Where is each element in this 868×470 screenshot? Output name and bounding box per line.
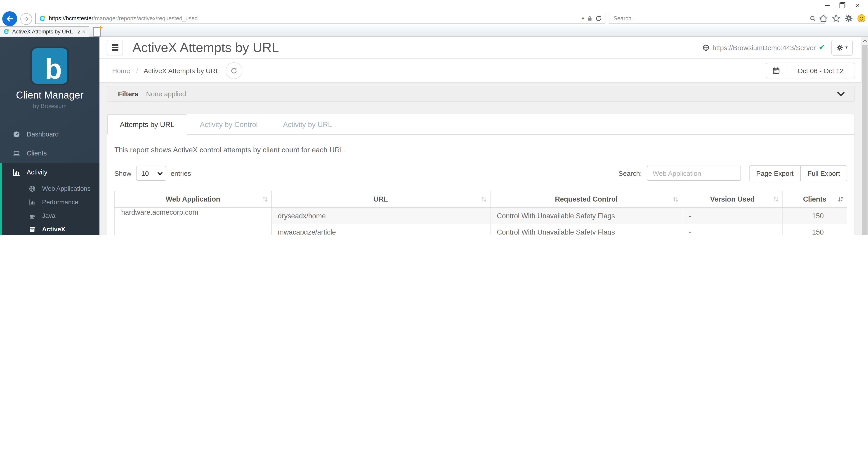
sidebar-item-label: ActiveX xyxy=(42,225,65,233)
globe-icon xyxy=(703,44,709,51)
search-icon[interactable] xyxy=(810,15,816,22)
app-subtitle: by Browsium xyxy=(0,102,99,109)
column-header-requested-control[interactable]: Requested Control xyxy=(490,191,682,208)
browser-search-box[interactable]: ▾ xyxy=(609,13,825,24)
select-chevron-icon xyxy=(157,170,162,175)
url-dropdown-icon[interactable]: ▾ xyxy=(582,16,584,21)
sidebar-item-java[interactable]: Java xyxy=(2,209,99,222)
url-text: https://bcmstester/manager/reports/activ… xyxy=(49,15,579,22)
screen: × https://bcmstester/manager/reports/act… xyxy=(0,0,868,235)
page-size-value: 10 xyxy=(141,169,158,177)
page-export-button[interactable]: Page Export xyxy=(749,165,801,181)
menu-toggle-button[interactable] xyxy=(107,40,123,55)
back-button[interactable] xyxy=(2,11,17,26)
sidebar-item-activex[interactable]: ActiveX xyxy=(2,222,99,235)
arrow-left-icon xyxy=(5,14,14,23)
browser-chrome: × https://bcmstester/manager/reports/act… xyxy=(0,0,868,37)
sidebar-item-label: Java xyxy=(42,212,55,219)
refresh-icon[interactable] xyxy=(595,15,602,22)
sidebar-item-activity[interactable]: Activity xyxy=(2,163,99,182)
page-size-select[interactable]: 10 xyxy=(136,166,166,181)
entries-label: entries xyxy=(170,169,191,177)
sidebar-item-label: Clients xyxy=(27,150,47,157)
report-description: This report shows ActiveX control attemp… xyxy=(114,146,847,154)
gear-icon xyxy=(836,44,843,51)
browser-tab[interactable]: ActiveX Attempts by URL - 2... × xyxy=(0,26,89,37)
close-icon: × xyxy=(856,2,860,9)
breadcrumb-current: ActiveX Attempts by URL xyxy=(144,67,219,74)
cell-version-used: - xyxy=(682,224,782,235)
browser-search-input[interactable] xyxy=(613,15,807,22)
column-header-url[interactable]: URL xyxy=(271,191,490,208)
sort-icon xyxy=(773,196,779,202)
app-name: Client Manager xyxy=(0,90,99,101)
sidebar-item-label: Web Applications xyxy=(42,185,90,192)
calendar-icon[interactable] xyxy=(766,63,786,78)
favorites-star-icon[interactable] xyxy=(832,14,840,23)
report-card: Attempts by URLActivity by ControlActivi… xyxy=(107,114,855,235)
server-url: https://BrowsiumDemo:443/Server xyxy=(712,43,816,51)
check-icon: ✔ xyxy=(819,43,825,52)
forward-button[interactable] xyxy=(20,13,32,25)
globe-icon xyxy=(29,185,36,192)
filters-bar[interactable]: Filters None applied xyxy=(107,86,855,102)
export-buttons: Page ExportFull Export xyxy=(749,165,847,181)
url-field[interactable]: https://bcmstester/manager/reports/activ… xyxy=(35,13,605,24)
breadcrumb-home-link[interactable]: Home xyxy=(112,67,130,74)
sort-descending-icon xyxy=(838,196,844,202)
minimize-button[interactable] xyxy=(819,0,835,10)
new-tab-button[interactable] xyxy=(92,27,103,36)
tools-gear-icon[interactable] xyxy=(844,14,853,23)
restore-button[interactable] xyxy=(835,0,850,10)
feedback-smiley-icon[interactable] xyxy=(857,14,866,23)
sidebar-nav: DashboardClientsActivityWeb Applications… xyxy=(0,125,99,235)
sidebar-item-performance[interactable]: Performance xyxy=(2,195,99,209)
window-titlebar: × xyxy=(0,0,868,10)
expand-chevron-icon[interactable] xyxy=(837,89,845,96)
filters-label: Filters xyxy=(118,90,138,98)
column-header-clients[interactable]: Clients xyxy=(782,191,847,208)
cell-requested-control: Control With Unavailable Safety Flags xyxy=(490,208,682,224)
column-header-web-application[interactable]: Web Application xyxy=(115,191,271,208)
scroll-up-arrow[interactable] xyxy=(861,37,868,45)
full-export-button[interactable]: Full Export xyxy=(800,165,847,181)
restore-icon xyxy=(839,2,845,8)
cell-clients: 150 xyxy=(782,224,847,235)
home-icon[interactable] xyxy=(819,14,828,23)
cell-web-application: hardware.acmecorp.com xyxy=(115,208,271,235)
sidebar-item-dashboard[interactable]: Dashboard xyxy=(0,125,99,144)
filters-value: None applied xyxy=(146,90,186,98)
breadcrumb: Home / ActiveX Attempts by URL xyxy=(112,67,219,74)
settings-dropdown-button[interactable]: ▾ xyxy=(831,39,852,55)
tab-activity-by-control[interactable]: Activity by Control xyxy=(187,114,270,135)
lock-icon xyxy=(587,15,593,22)
new-tab-icon xyxy=(92,25,103,38)
table-search-label: Search: xyxy=(618,169,642,177)
report-tabs: Attempts by URLActivity by ControlActivi… xyxy=(107,114,855,135)
table-row: hardware.acmecorp.comdryseadx/homeContro… xyxy=(115,208,847,224)
column-header-version-used[interactable]: Version Used xyxy=(682,191,782,208)
date-range-value[interactable]: Oct 06 - Oct 12 xyxy=(786,63,855,78)
vertical-scrollbar[interactable] xyxy=(861,37,868,235)
refresh-icon xyxy=(231,67,238,74)
close-button[interactable]: × xyxy=(850,0,865,10)
date-range-picker[interactable]: Oct 06 - Oct 12 xyxy=(766,63,855,78)
ie-logo-icon xyxy=(39,15,46,22)
table-search-input[interactable] xyxy=(647,166,741,181)
bars-icon xyxy=(13,168,20,176)
tab-attempts-by-url[interactable]: Attempts by URL xyxy=(107,114,187,135)
sidebar-item-label: Performance xyxy=(42,198,78,206)
server-status: https://BrowsiumDemo:443/Server ✔ xyxy=(703,43,825,52)
tab-close-icon[interactable]: × xyxy=(82,29,86,34)
sort-icon xyxy=(262,196,268,202)
show-label: Show xyxy=(114,169,131,177)
refresh-report-button[interactable] xyxy=(226,62,243,79)
page: b Client Manager by Browsium DashboardCl… xyxy=(0,37,868,235)
sidebar-item-clients[interactable]: Clients xyxy=(0,144,99,163)
tab-activity-by-url[interactable]: Activity by URL xyxy=(270,114,345,135)
tab-title: ActiveX Attempts by URL - 2... xyxy=(12,29,80,35)
sidebar-item-web-applications[interactable]: Web Applications xyxy=(2,182,99,195)
sidebar-item-label: Activity xyxy=(27,168,48,176)
scrollbar-thumb[interactable] xyxy=(862,45,867,235)
sidebar-item-label: Dashboard xyxy=(27,131,59,138)
